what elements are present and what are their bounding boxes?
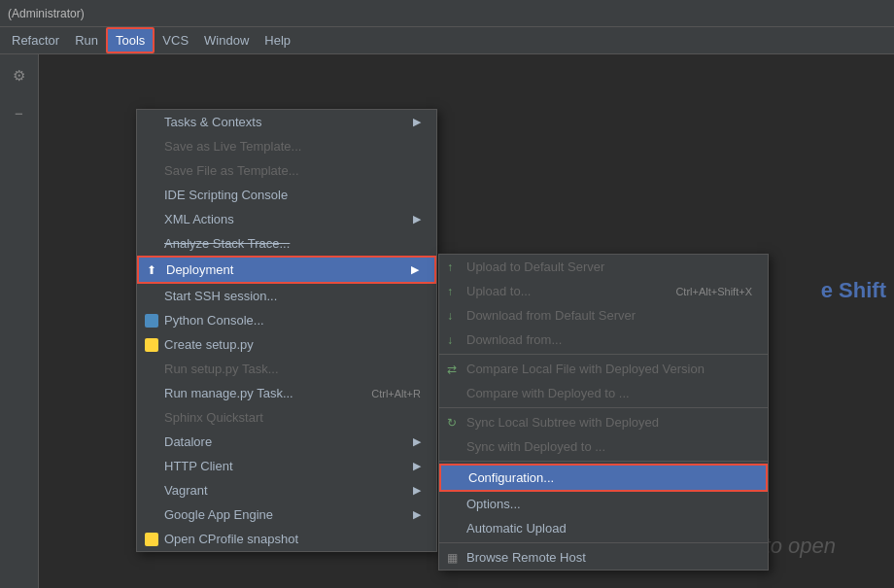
submenu-sync-local: ↻ Sync Local Subtree with Deployed [439,410,768,434]
menu-bar: Refactor Run Tools VCS Window Help [0,27,894,54]
left-toolbar: ⚙ − [0,54,39,588]
menu-sphinx-quickstart: Sphinx Quickstart [137,405,436,430]
menu-tasks-contexts[interactable]: Tasks & Contexts ▶ [137,110,436,134]
deploy-icon: ⬆ [147,263,156,277]
submenu-upload-default: ↑ Upload to Default Server [439,255,768,279]
shift-text: e Shift [821,278,894,303]
submenu-download-from: ↓ Download from... [439,328,768,352]
shortcut-text: Ctrl+Alt+Shift+X [675,286,752,297]
python-yellow-icon [145,337,162,352]
submenu-compare-deployed: Compare with Deployed to ... [439,381,768,405]
menu-save-live-template: Save as Live Template... [137,134,436,158]
arrow-icon: ▶ [413,508,421,521]
separator [439,354,768,355]
tools-dropdown-menu: Tasks & Contexts ▶ Save as Live Template… [136,109,437,552]
submenu-browse-remote-host[interactable]: ▦ Browse Remote Host [439,545,768,570]
menu-item-tools[interactable]: Tools [106,27,155,53]
menu-vagrant[interactable]: Vagrant ▶ [137,478,436,502]
menu-python-console[interactable]: Python Console... [137,308,436,332]
minimize-icon[interactable]: − [6,99,33,126]
python-blue-icon [145,313,162,328]
separator [439,461,768,462]
shortcut-text: Ctrl+Alt+R [371,388,421,399]
submenu-sync-deployed-to: Sync with Deployed to ... [439,434,768,459]
download-icon: ↓ [447,333,453,347]
submenu-upload-to: ↑ Upload to... Ctrl+Alt+Shift+X [439,279,768,303]
menu-item-refactor[interactable]: Refactor [4,29,67,52]
menu-datalore[interactable]: Datalore ▶ [137,430,436,454]
menu-run-manage-task[interactable]: Run manage.py Task... Ctrl+Alt+R [137,381,436,405]
deployment-wrapper: ⬆ Deployment ▶ ↑ Upload to Default Serve… [137,256,436,284]
arrow-icon: ▶ [411,263,419,276]
compare-icon: ⇄ [447,363,457,376]
separator [439,407,768,408]
arrow-icon: ▶ [413,460,421,472]
arrow-icon: ▶ [413,213,421,225]
arrow-icon: ▶ [413,484,421,497]
sync-icon: ↻ [447,416,457,430]
submenu-automatic-upload[interactable]: Automatic Upload [439,516,768,540]
menu-http-client[interactable]: HTTP Client ▶ [137,454,436,478]
menu-item-vcs[interactable]: VCS [155,29,196,52]
browse-icon: ▦ [447,551,458,565]
upload-icon: ↑ [447,285,453,298]
menu-create-setup[interactable]: Create setup.py [137,332,436,357]
submenu-download-default: ↓ Download from Default Server [439,303,768,328]
main-area: ⚙ − Tasks & Contexts ▶ Save as Live Temp… [0,54,894,588]
upload-icon: ↑ [447,260,453,274]
menu-item-run[interactable]: Run [67,29,106,52]
arrow-icon: ▶ [413,435,421,448]
download-icon: ↓ [447,309,453,323]
menu-save-file-template: Save File as Template... [137,158,436,183]
menu-start-ssh[interactable]: Start SSH session... [137,284,436,308]
title-bar-text: (Administrator) [8,7,85,20]
deployment-submenu: ↑ Upload to Default Server ↑ Upload to..… [438,254,769,571]
menu-google-app-engine[interactable]: Google App Engine ▶ [137,502,436,527]
separator [439,542,768,543]
arrow-icon: ▶ [413,116,421,128]
menu-open-cprofile[interactable]: Open CProfile snapshot [137,527,436,551]
submenu-configuration[interactable]: Configuration... [439,464,768,492]
menu-analyze-stack-trace[interactable]: Analyze Stack Trace... [137,231,436,256]
python-yellow2-icon [145,532,162,546]
menu-ide-scripting[interactable]: IDE Scripting Console [137,183,436,207]
submenu-options[interactable]: Options... [439,492,768,516]
menu-deployment[interactable]: ⬆ Deployment ▶ [137,256,436,284]
menu-run-setup-task: Run setup.py Task... [137,357,436,381]
menu-item-help[interactable]: Help [257,29,298,52]
submenu-compare-local: ⇄ Compare Local File with Deployed Versi… [439,357,768,381]
menu-item-window[interactable]: Window [196,29,257,52]
title-bar: (Administrator) [0,0,894,27]
menu-xml-actions[interactable]: XML Actions ▶ [137,207,436,231]
gear-icon[interactable]: ⚙ [6,62,33,89]
